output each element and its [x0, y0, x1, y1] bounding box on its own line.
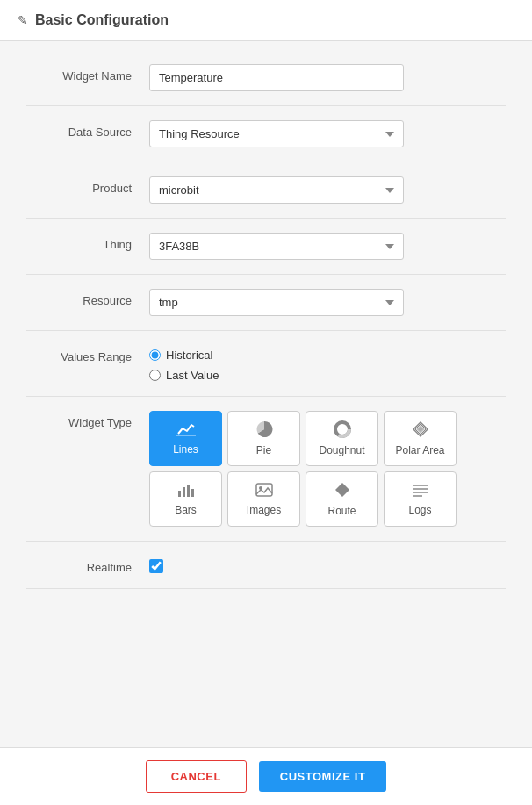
realtime-row: Realtime: [26, 542, 506, 589]
widget-type-lines[interactable]: Lines: [149, 411, 222, 466]
widget-type-label: Widget Type: [26, 411, 149, 429]
svg-rect-9: [187, 485, 190, 497]
customize-button[interactable]: CUSTOMIZE IT: [259, 761, 386, 792]
page-title: Basic Configuration: [35, 12, 169, 28]
images-icon: [255, 482, 273, 500]
route-icon: [334, 481, 351, 501]
svg-rect-7: [178, 491, 181, 497]
lines-icon: [176, 421, 196, 440]
resource-row: Resource tmp humidity pressure: [26, 275, 506, 331]
widget-type-route[interactable]: Route: [306, 471, 378, 527]
widget-type-row: Widget Type Lines: [26, 397, 506, 542]
thing-row: Thing 3FA38B 4AB12C 5CD34E: [26, 219, 506, 275]
thing-label: Thing: [26, 233, 149, 251]
svg-rect-10: [191, 489, 194, 497]
svg-rect-0: [176, 435, 196, 436]
doughnut-label: Doughnut: [319, 444, 364, 456]
route-label: Route: [327, 505, 356, 517]
logs-icon: [412, 482, 429, 500]
polar-area-label: Polar Area: [395, 444, 444, 456]
footer: CANCEL CUSTOMIZE IT: [0, 747, 532, 805]
values-range-control: Historical Last Value: [149, 345, 506, 382]
widget-name-row: Widget Name: [26, 50, 506, 106]
data-source-label: Data Source: [26, 120, 149, 139]
widget-type-polar-area[interactable]: Polar Area: [384, 411, 457, 466]
bottom-spacer: [26, 589, 506, 607]
edit-icon: ✎: [18, 13, 28, 27]
images-label: Images: [247, 504, 281, 516]
data-source-select[interactable]: Thing Resource External API Static: [149, 120, 404, 147]
content-area: Widget Name Data Source Thing Resource E…: [0, 41, 532, 747]
logs-label: Logs: [408, 504, 431, 516]
pie-icon: [255, 420, 273, 441]
pie-label: Pie: [256, 444, 271, 456]
product-control: microbit arduino raspberry: [149, 176, 506, 204]
widget-name-input[interactable]: [149, 64, 404, 91]
header: ✎ Basic Configuration: [0, 0, 532, 41]
values-range-row: Values Range Historical Last Value: [26, 331, 506, 397]
historical-radio[interactable]: [149, 349, 161, 361]
widget-type-bars[interactable]: Bars: [149, 471, 222, 527]
thing-control: 3FA38B 4AB12C 5CD34E: [149, 233, 506, 260]
data-source-row: Data Source Thing Resource External API …: [26, 106, 506, 162]
data-source-control: Thing Resource External API Static: [149, 120, 506, 147]
last-value-radio-label[interactable]: Last Value: [149, 369, 506, 382]
doughnut-icon: [334, 420, 351, 441]
historical-label: Historical: [166, 349, 212, 362]
radio-group: Historical Last Value: [149, 345, 506, 382]
thing-select[interactable]: 3FA38B 4AB12C 5CD34E: [149, 233, 404, 260]
historical-radio-label[interactable]: Historical: [149, 349, 506, 362]
realtime-control: [149, 556, 506, 573]
product-select[interactable]: microbit arduino raspberry: [149, 176, 404, 204]
resource-select[interactable]: tmp humidity pressure: [149, 289, 404, 316]
lines-label: Lines: [173, 443, 198, 456]
svg-marker-13: [335, 483, 349, 497]
resource-control: tmp humidity pressure: [149, 289, 506, 316]
realtime-label: Realtime: [26, 556, 149, 574]
realtime-checkbox[interactable]: [149, 559, 163, 573]
widget-type-images[interactable]: Images: [227, 471, 300, 527]
widget-type-doughnut[interactable]: Doughnut: [306, 411, 378, 466]
product-row: Product microbit arduino raspberry: [26, 162, 506, 219]
last-value-radio[interactable]: [149, 370, 161, 381]
last-value-label: Last Value: [166, 369, 219, 382]
widget-type-pie[interactable]: Pie: [227, 411, 300, 466]
realtime-checkbox-wrapper: [149, 556, 506, 573]
widget-type-logs[interactable]: Logs: [384, 471, 457, 527]
widget-type-control: Lines Pie: [149, 411, 506, 527]
bars-label: Bars: [175, 504, 197, 516]
product-label: Product: [26, 176, 149, 195]
resource-label: Resource: [26, 289, 149, 307]
svg-rect-8: [183, 487, 185, 497]
bars-icon: [177, 482, 195, 500]
widget-name-control: [149, 64, 506, 91]
widget-name-label: Widget Name: [26, 64, 149, 83]
polar-area-icon: [412, 420, 429, 441]
values-range-label: Values Range: [26, 345, 149, 363]
cancel-button[interactable]: CANCEL: [146, 760, 247, 793]
page-wrapper: ✎ Basic Configuration Widget Name Data S…: [0, 0, 532, 805]
widget-type-grid: Lines Pie: [149, 411, 457, 527]
